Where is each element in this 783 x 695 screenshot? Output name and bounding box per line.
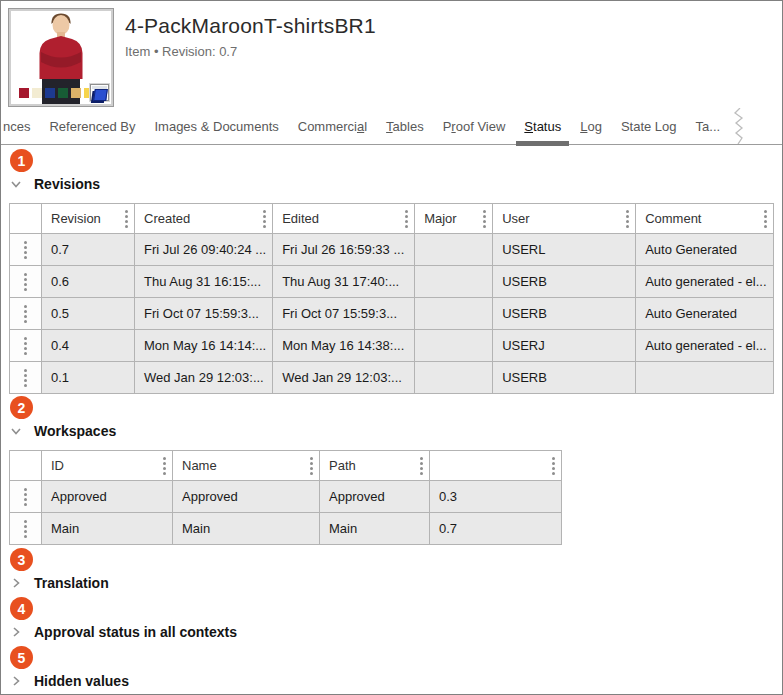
column-menu-icon[interactable] <box>420 457 423 475</box>
header-cell-id[interactable]: ID <box>42 451 173 481</box>
cell-created: Thu Aug 31 16:15:... <box>135 266 273 298</box>
header-cell-blank <box>10 204 42 234</box>
status-page: 4-PackMaroonT-shirtsBR1 Item • Revision:… <box>0 0 783 695</box>
cell-revision-value: 0.3 <box>430 481 562 513</box>
row-menu-icon[interactable] <box>10 266 41 297</box>
chevron-down-icon[interactable] <box>9 177 23 191</box>
tab-commercial[interactable]: Commercial <box>298 119 367 134</box>
section-workspaces: 2 Workspaces ID Name Path Approved Appro… <box>9 420 774 545</box>
row-menu-cell[interactable] <box>10 266 42 298</box>
swatch-maroon <box>19 88 29 98</box>
table-row: 0.7 Fri Jul 26 09:40:24 ... Fri Jul 26 1… <box>10 234 774 266</box>
swatch-green <box>58 88 68 98</box>
chevron-right-icon[interactable] <box>9 625 23 639</box>
callout-badge-5: 5 <box>10 646 33 669</box>
header-cell-comment[interactable]: Comment <box>636 204 773 234</box>
cell-revision: 0.4 <box>42 330 135 362</box>
column-menu-icon[interactable] <box>310 457 313 475</box>
cell-major <box>415 234 493 266</box>
table-row: 0.6 Thu Aug 31 16:15:... Thu Aug 31 17:4… <box>10 266 774 298</box>
section-label: Hidden values <box>34 673 129 689</box>
cell-comment: Auto generated - el... <box>636 330 773 362</box>
column-menu-icon[interactable] <box>483 210 486 228</box>
section-header-approval-status[interactable]: Approval status in all contexts <box>9 621 774 643</box>
tab-overflow-truncated[interactable]: Ta... <box>696 119 721 134</box>
header-cell-blank <box>10 451 42 481</box>
header-cell-edited[interactable]: Edited <box>273 204 415 234</box>
object-type-revision: Item • Revision: 0.7 <box>125 44 376 59</box>
header-cell-revision[interactable]: Revision <box>42 204 135 234</box>
section-label: Revisions <box>34 176 100 192</box>
cell-major <box>415 362 493 394</box>
chevron-right-icon[interactable] <box>9 576 23 590</box>
tab-log[interactable]: Log <box>580 119 602 134</box>
tab-state-log[interactable]: State Log <box>621 119 677 134</box>
header-cell-path[interactable]: Path <box>320 451 430 481</box>
section-label: Approval status in all contexts <box>34 624 237 640</box>
header-cell-major[interactable]: Major <box>415 204 493 234</box>
row-menu-cell[interactable] <box>10 234 42 266</box>
tab-references[interactable]: nces <box>3 119 30 134</box>
row-menu-cell[interactable] <box>10 481 42 513</box>
cell-created: Fri Jul 26 09:40:24 ... <box>135 234 273 266</box>
cell-comment: Auto generated - el... <box>636 266 773 298</box>
row-menu-cell[interactable] <box>10 362 42 394</box>
row-menu-icon[interactable] <box>10 298 41 329</box>
swatch-cream <box>32 88 42 98</box>
row-menu-icon[interactable] <box>10 481 41 512</box>
header-cell-created[interactable]: Created <box>135 204 273 234</box>
callout-badge-3: 3 <box>10 548 33 571</box>
header-cell-user[interactable]: User <box>493 204 636 234</box>
row-menu-icon[interactable] <box>10 330 41 361</box>
cell-id: Approved <box>42 481 173 513</box>
column-menu-icon[interactable] <box>163 457 166 475</box>
column-menu-icon[interactable] <box>125 210 128 228</box>
row-menu-cell[interactable] <box>10 298 42 330</box>
cell-edited: Mon May 16 14:38:... <box>273 330 415 362</box>
header-cell-name[interactable]: Name <box>173 451 320 481</box>
page-title: 4-PackMaroonT-shirtsBR1 <box>125 14 376 38</box>
cell-revision: 0.7 <box>42 234 135 266</box>
cell-major <box>415 266 493 298</box>
tab-status[interactable]: Status <box>524 119 561 134</box>
section-header-translation[interactable]: Translation <box>9 572 774 594</box>
cell-comment: Auto Generated <box>636 234 773 266</box>
tab-proof-view[interactable]: Proof View <box>443 119 506 134</box>
row-menu-icon[interactable] <box>10 234 41 265</box>
tab-tables[interactable]: Tables <box>386 119 424 134</box>
column-menu-icon[interactable] <box>405 210 408 228</box>
header-cell-revision-value[interactable] <box>430 451 562 481</box>
cell-major <box>415 330 493 362</box>
row-menu-icon[interactable] <box>10 513 41 544</box>
row-menu-cell[interactable] <box>10 330 42 362</box>
tab-images-documents[interactable]: Images & Documents <box>154 119 278 134</box>
chevron-down-icon[interactable] <box>9 424 23 438</box>
status-content: 1 Revisions Revision Created Edited Majo… <box>1 145 782 695</box>
title-block: 4-PackMaroonT-shirtsBR1 Item • Revision:… <box>125 9 376 106</box>
cell-comment <box>636 362 773 394</box>
section-header-revisions[interactable]: Revisions <box>9 173 774 195</box>
cell-revision: 0.5 <box>42 298 135 330</box>
revisions-table: Revision Created Edited Major User Comme… <box>9 203 774 394</box>
row-menu-cell[interactable] <box>10 513 42 545</box>
cell-created: Mon May 16 14:14:... <box>135 330 273 362</box>
product-thumbnail[interactable] <box>9 9 113 106</box>
image-document-overlay-icon <box>90 84 109 101</box>
table-row: 0.5 Fri Oct 07 15:59:3... Fri Oct 07 15:… <box>10 298 774 330</box>
cell-edited: Fri Oct 07 15:59:3... <box>273 298 415 330</box>
section-hidden-values: 5 Hidden values <box>9 670 774 692</box>
swatch-navy <box>45 88 55 98</box>
column-menu-icon[interactable] <box>552 457 555 475</box>
chevron-right-icon[interactable] <box>9 674 23 688</box>
revisions-header-row: Revision Created Edited Major User Comme… <box>10 204 774 234</box>
column-menu-icon[interactable] <box>263 210 266 228</box>
section-label: Workspaces <box>34 423 116 439</box>
column-menu-icon[interactable] <box>764 210 767 228</box>
workspaces-table: ID Name Path Approved Approved Approved … <box>9 450 562 545</box>
cell-revision: 0.6 <box>42 266 135 298</box>
column-menu-icon[interactable] <box>626 210 629 228</box>
section-header-workspaces[interactable]: Workspaces <box>9 420 774 442</box>
section-header-hidden-values[interactable]: Hidden values <box>9 670 774 692</box>
row-menu-icon[interactable] <box>10 362 41 393</box>
tab-referenced-by[interactable]: Referenced By <box>49 119 135 134</box>
